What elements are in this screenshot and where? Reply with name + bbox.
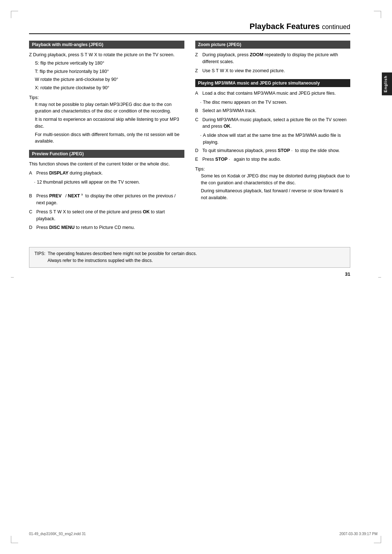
tips-box: TIPS: The operating features described h…: [29, 247, 350, 267]
zoom-bullet-1: Z: [195, 52, 200, 65]
mp3-sub-bullet-1: ·: [200, 99, 201, 106]
item-c-text: Press S T W X to select one of the pictu…: [36, 209, 184, 222]
section-zoom: Zoom picture (JPEG) Z During playback, p…: [195, 41, 351, 74]
preview-intro: This function shows the content of the c…: [29, 161, 184, 168]
mp3-item-a: A Load a disc that contains MP3/WMA musi…: [195, 90, 351, 97]
zoom-bullet-2: Z: [195, 67, 200, 74]
mp3-sub-bullet-2: ·: [200, 132, 201, 146]
section-header-zoom: Zoom picture (JPEG): [195, 41, 351, 49]
multi-angles-content: Z During playback, press S T W X to rota…: [29, 52, 184, 91]
letter-d: D: [29, 224, 34, 231]
multi-angles-tips: Tips: It may not be possible to play cer…: [29, 94, 184, 145]
section-header-mp3-jpeg: Playing MP3/WMA music and JPEG picture s…: [195, 79, 351, 87]
bullet-sub: ·: [34, 179, 35, 186]
tips-box-text: TIPS: The operating features described h…: [34, 251, 197, 263]
footer: 01-49_dvp3166K_93_eng2.indd 31 2007-03-3…: [29, 532, 377, 536]
multi-angles-s: S: flip the picture vertically by 180°: [35, 60, 184, 67]
mp3-item-e-text: Press STOP · again to stop the audio.: [203, 156, 281, 163]
english-sidebar: English: [382, 73, 392, 95]
zoom-item-1-text: During playback, press ZOOM repeatedly t…: [203, 52, 351, 65]
mp3-tips-label: Tips:: [195, 166, 351, 173]
item-c: C Press S T W X to select one of the pic…: [29, 209, 184, 222]
section-bcd: B Press PREV / NEXT 9 to display the oth…: [29, 193, 184, 231]
multi-angles-t: T: flip the picture horizontally by 180°: [35, 68, 184, 75]
mp3-item-c-text: During MP3/WMA music playback, select a …: [203, 116, 351, 130]
corner-mark-tr: [374, 11, 381, 18]
section-mp3-jpeg: Playing MP3/WMA music and JPEG picture s…: [195, 79, 351, 201]
section-multi-angles: Playback with multi-angles (JPEG) Z Duri…: [29, 41, 184, 145]
two-column-layout: Playback with multi-angles (JPEG) Z Duri…: [29, 41, 350, 236]
item-d: D Press DISC MENU to return to Picture C…: [29, 224, 184, 231]
page-number: 31: [29, 271, 350, 277]
mp3-item-c: C During MP3/WMA music playback, select …: [195, 116, 351, 130]
mp3-item-a-text: Load a disc that contains MP3/WMA music …: [203, 90, 336, 97]
mp3-sub-1-text: The disc menu appears on the TV screen.: [203, 99, 287, 106]
mp3-tips-2: During simultaneous playback, fast forwa…: [201, 188, 351, 201]
mp3-letter-d: D: [195, 147, 200, 154]
title-bold: Playback Features: [250, 22, 320, 31]
side-mark-right: [378, 277, 381, 278]
item-b-text: Press PREV / NEXT 9 to display the other…: [36, 193, 184, 206]
item-d-text: Press DISC MENU to return to Picture CD …: [36, 224, 135, 231]
multi-angles-item-z: Z During playback, press S T W X to rota…: [29, 52, 184, 58]
letter-b: B: [29, 193, 34, 206]
tips-label: Tips:: [29, 94, 184, 101]
letter-c: C: [29, 209, 34, 222]
mp3-item-e: E Press STOP · again to stop the audio.: [195, 156, 351, 163]
mp3-sub-2: · A slide show will start at the same ti…: [200, 132, 351, 146]
mp3-letter-a: A: [195, 90, 200, 97]
item-b: B Press PREV / NEXT 9 to display the oth…: [29, 193, 184, 206]
preview-item-a: A Press DISPLAY during playback.: [29, 170, 184, 177]
page-container: English Playback Features continued Play…: [0, 0, 392, 554]
mp3-item-d: D To quit simultaneous playback, press S…: [195, 147, 351, 154]
mp3-item-b-text: Select an MP3/WMA track.: [203, 107, 257, 114]
corner-mark-br: [374, 536, 381, 543]
right-column: Zoom picture (JPEG) Z During playback, p…: [195, 41, 351, 236]
left-column: Playback with multi-angles (JPEG) Z Duri…: [29, 41, 184, 236]
section-header-preview: Preview Function (JPEG): [29, 150, 184, 158]
zoom-item-2: Z Use S T W X to view the zoomed picture…: [195, 67, 351, 74]
mp3-sub-2-text: A slide show will start at the same time…: [203, 132, 350, 146]
zoom-item-2-text: Use S T W X to view the zoomed picture.: [203, 67, 285, 74]
corner-mark-bl: [11, 536, 18, 543]
footer-left: 01-49_dvp3166K_93_eng2.indd 31: [29, 532, 86, 536]
mp3-tips: Tips: Some les on Kodak or JPEG disc may…: [195, 166, 351, 201]
preview-sub-text: 12 thumbnail pictures will appear on the…: [37, 179, 140, 186]
side-mark-left: [11, 277, 14, 278]
mp3-item-d-text: To quit simultaneous playback, press STO…: [203, 147, 340, 154]
preview-sub-item: · 12 thumbnail pictures will appear on t…: [34, 179, 184, 186]
preview-item-a-text: Press DISPLAY during playback.: [36, 170, 103, 177]
mp3-letter-b: B: [195, 107, 200, 114]
multi-angles-x: X: rotate the picture clockwise by 90°: [35, 85, 184, 91]
letter-a: A: [29, 170, 34, 177]
mp3-item-b: B Select an MP3/WMA track.: [195, 107, 351, 114]
multi-angles-w: W rotate the picture anti-clockwise by 9…: [35, 76, 184, 83]
mp3-letter-e: E: [195, 156, 200, 163]
mp3-sub-1: · The disc menu appears on the TV screen…: [200, 99, 351, 106]
mp3-letter-c: C: [195, 116, 200, 130]
tips-text2: It is normal to experience an occasional…: [35, 116, 184, 130]
tips-text3: For multi-session discs with different f…: [35, 131, 184, 145]
title-suffix: continued: [322, 23, 350, 30]
section-preview: Preview Function (JPEG) This function sh…: [29, 150, 184, 185]
page-title: Playback Features continued: [29, 22, 350, 34]
tips-text1: It may not be possible to play certain M…: [35, 101, 184, 115]
mp3-tips-1: Some les on Kodak or JPEG disc may be di…: [201, 173, 351, 186]
zoom-item-1: Z During playback, press ZOOM repeatedly…: [195, 52, 351, 65]
corner-mark-tl: [11, 11, 18, 18]
footer-right: 2007-03-30 3:39:17 PM: [339, 532, 377, 536]
section-header-multi-angles: Playback with multi-angles (JPEG): [29, 41, 184, 49]
